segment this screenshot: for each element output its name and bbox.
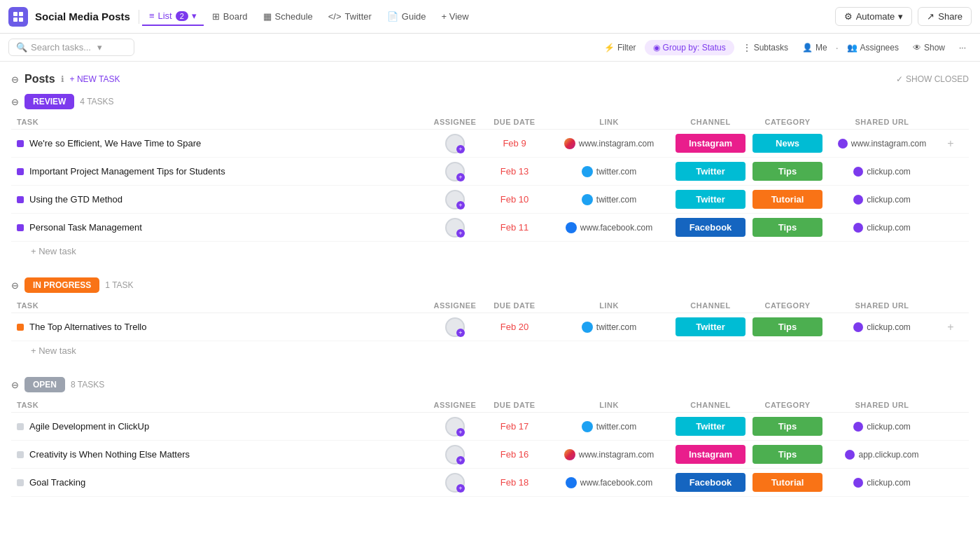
category-tag: Tips (752, 218, 822, 237)
col-assignee: ASSIGNEE (427, 301, 483, 310)
assignees-button[interactable]: 👥 Assignees (841, 40, 904, 55)
shared-url-icon (853, 478, 863, 488)
review-collapse-btn[interactable]: ⊖ (11, 97, 19, 107)
table-row[interactable]: Agile Development in ClickUp + Feb 17 tw… (11, 413, 969, 441)
link-cell: twitter.com (546, 166, 672, 177)
in-progress-collapse-btn[interactable]: ⊖ (11, 280, 19, 291)
search-chevron-icon: ▾ (97, 42, 102, 53)
col-channel: CHANNEL (672, 301, 749, 310)
shared-url-cell: clickup.com (826, 422, 938, 432)
channel-tag: Twitter (676, 162, 746, 181)
tab-schedule[interactable]: ▦ Schedule (256, 8, 320, 25)
user-icon: 👤 (802, 43, 813, 53)
assignee-cell: + (427, 417, 483, 436)
automate-icon: ⚙ (844, 11, 853, 22)
channel-tag: Instagram (676, 134, 746, 153)
table-row[interactable]: We're so Efficient, We Have Time to Spar… (11, 130, 969, 158)
table-row[interactable]: The Top Alternatives to Trello + Feb 20 … (11, 313, 969, 341)
shared-url-icon (853, 223, 863, 233)
open-collapse-btn[interactable]: ⊖ (11, 380, 19, 390)
show-closed-btn[interactable]: ✓ SHOW CLOSED (896, 74, 969, 84)
automate-chevron-icon: ▾ (898, 11, 903, 22)
shared-url-icon (853, 422, 863, 432)
shared-url-icon (853, 322, 863, 332)
nav-right: ⚙ Automate ▾ ↗ Share (835, 7, 972, 26)
group-open-header: ⊖ OPEN 8 TASKS (11, 377, 969, 392)
toolbar: 🔍 Search tasks... ▾ ⚡ Filter ◉ Group by:… (0, 34, 980, 62)
show-icon: 👁 (913, 43, 921, 53)
assignee-cell: + (427, 473, 483, 493)
add-col-btn[interactable]: + (938, 137, 963, 150)
link-cell: www.facebook.com (546, 477, 672, 488)
tab-board[interactable]: ⊞ Board (205, 8, 255, 25)
channel-cell: Twitter (672, 162, 749, 181)
task-dot (17, 140, 24, 147)
due-date: Feb 11 (483, 222, 546, 233)
task-dot (17, 479, 24, 486)
link-cell: twitter.com (546, 421, 672, 432)
due-date: Feb 16 (483, 449, 546, 460)
shared-url-cell: clickup.com (826, 223, 938, 233)
posts-info-icon: ℹ (61, 74, 64, 84)
col-channel: CHANNEL (672, 118, 749, 126)
avatar-add-icon: + (456, 329, 465, 337)
ellipsis-icon: ··· (959, 43, 966, 53)
toolbar-right: ⚡ Filter ◉ Group by: Status ⋮ Subtasks 👤… (598, 40, 972, 55)
me-button[interactable]: 👤 Me (797, 40, 833, 55)
svg-rect-2 (13, 18, 18, 22)
subtasks-button[interactable]: ⋮ Subtasks (737, 40, 794, 55)
link-cell: www.instagram.com (546, 138, 672, 149)
avatar: + (445, 134, 465, 153)
assignee-cell: + (427, 134, 483, 153)
table-row[interactable]: Using the GTD Method + Feb 10 twitter.co… (11, 186, 969, 214)
due-date: Feb 10 (483, 194, 546, 205)
posts-new-task-btn[interactable]: + NEW TASK (70, 74, 120, 84)
twitter-icon (582, 322, 593, 333)
link-cell: www.facebook.com (546, 222, 672, 233)
facebook-icon (566, 222, 577, 233)
filter-button[interactable]: ⚡ Filter (598, 40, 642, 55)
group-by-button[interactable]: ◉ Group by: Status (645, 40, 734, 55)
add-col-btn[interactable]: + (938, 321, 963, 334)
shared-url-cell: clickup.com (826, 195, 938, 205)
in-progress-new-task-row[interactable]: + New task (11, 341, 969, 360)
due-date: Feb 13 (483, 166, 546, 177)
table-row[interactable]: Personal Task Management + Feb 11 www.fa… (11, 214, 969, 242)
calendar-icon: ▦ (263, 11, 272, 22)
tab-list[interactable]: ≡ List 2 ▾ (142, 7, 204, 26)
more-options-button[interactable]: ··· (953, 40, 972, 55)
twitter-icon (582, 194, 593, 205)
board-icon: ⊞ (212, 11, 220, 22)
channel-tag: Facebook (676, 218, 746, 237)
tab-guide[interactable]: 📄 Guide (380, 8, 433, 25)
svg-rect-0 (13, 12, 18, 16)
chevron-down-icon: ▾ (192, 11, 197, 21)
show-button[interactable]: 👁 Show (907, 40, 951, 55)
code-icon: </> (328, 11, 342, 22)
posts-collapse-btn[interactable]: ⊖ (11, 74, 19, 85)
task-dot (17, 196, 24, 203)
search-bar[interactable]: 🔍 Search tasks... ▾ (8, 39, 134, 56)
shared-url-icon (845, 450, 855, 460)
add-view-btn[interactable]: + View (435, 8, 476, 25)
open-task-count: 8 TASKS (71, 380, 104, 390)
review-new-task-row[interactable]: + New task (11, 242, 969, 261)
table-row[interactable]: Creativity is When Nothing Else Matters … (11, 441, 969, 469)
table-row[interactable]: Goal Tracking + Feb 18 www.facebook.com … (11, 469, 969, 497)
col-link: LINK (546, 401, 672, 409)
category-cell: Tips (749, 218, 826, 237)
open-col-headers: TASK ASSIGNEE DUE DATE LINK CHANNEL CATE… (11, 398, 969, 413)
automate-button[interactable]: ⚙ Automate ▾ (835, 7, 913, 26)
table-row[interactable]: Important Project Management Tips for St… (11, 158, 969, 186)
col-shared-url: SHARED URL (826, 401, 938, 409)
tab-twitter[interactable]: </> Twitter (321, 8, 379, 25)
category-tag: Tutorial (752, 473, 822, 492)
avatar-add-icon: + (456, 145, 465, 153)
instagram-icon (564, 449, 575, 460)
avatar-add-icon: + (456, 201, 465, 209)
filter-icon: ⚡ (604, 43, 615, 53)
share-button[interactable]: ↗ Share (918, 7, 972, 26)
group-in-progress: ⊖ IN PROGRESS 1 TASK TASK ASSIGNEE DUE D… (11, 277, 969, 360)
col-link: LINK (546, 301, 672, 310)
avatar: + (445, 190, 465, 209)
